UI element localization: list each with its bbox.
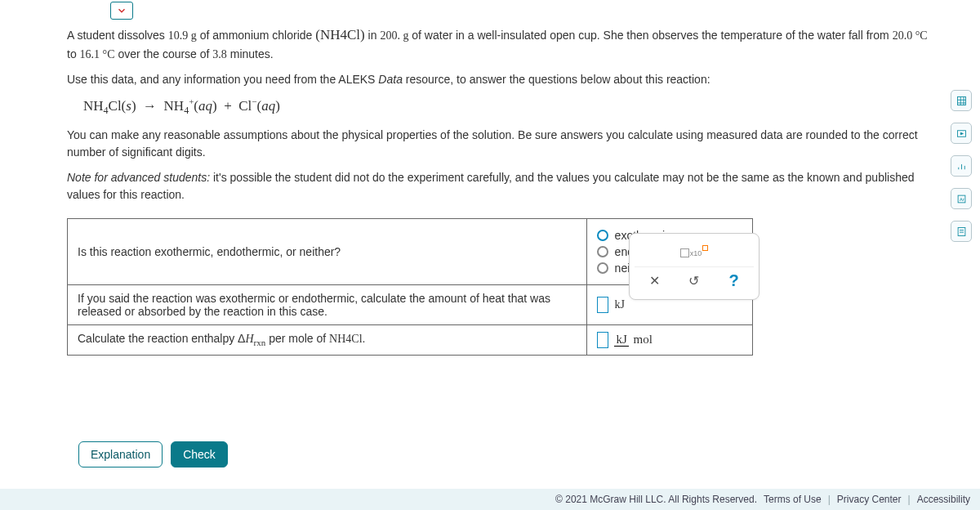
input-toolbox: x10 ✕ ↺ ? [629, 233, 760, 300]
copyright-text: © 2021 McGraw Hill LLC. All Rights Reser… [555, 494, 757, 505]
q1-text: Is this reaction exothermic, endothermic… [68, 218, 587, 284]
reset-icon: ↺ [688, 273, 699, 289]
temp-start: 20.0 °C [893, 29, 928, 42]
help-icon: ? [729, 271, 739, 290]
svg-text:Ar: Ar [960, 197, 964, 202]
question-content: A student dissolves 10.9 g of ammonium c… [67, 25, 933, 356]
check-button[interactable]: Check [171, 441, 228, 468]
reset-button[interactable]: ↺ [678, 269, 710, 293]
bottom-buttons: Explanation Check [78, 441, 228, 468]
temp-end: 16.1 °C [80, 48, 115, 60]
unit-kj-per-mol: kJ mol [614, 333, 653, 347]
footer: © 2021 McGraw Hill LLC. All Rights Reser… [0, 489, 980, 510]
problem-para-1: A student dissolves 10.9 g of ammonium c… [67, 25, 933, 63]
periodic-button[interactable]: Ar [951, 188, 972, 209]
video-button[interactable] [951, 123, 972, 144]
accessibility-link[interactable]: Accessibility [917, 494, 970, 505]
grid-icon [956, 95, 968, 107]
sheet-icon [956, 226, 968, 238]
heat-input[interactable] [597, 297, 608, 313]
q3-text: Calculate the reaction enthalpy ΔHrxn pe… [68, 324, 587, 355]
explanation-button[interactable]: Explanation [78, 441, 163, 468]
privacy-link[interactable]: Privacy Center [837, 494, 902, 505]
element-icon: Ar [956, 193, 968, 205]
more-button[interactable] [951, 221, 972, 242]
radio-icon [597, 230, 608, 241]
problem-para-2: Use this data, and any information you n… [67, 71, 933, 88]
problem-para-3: You can make any reasonable assumptions … [67, 127, 933, 161]
play-icon [956, 128, 968, 140]
collapse-chevron[interactable] [110, 2, 133, 20]
advanced-note: Note for advanced students: it's possibl… [67, 169, 933, 204]
enthalpy-input[interactable] [597, 332, 608, 348]
terms-link[interactable]: Terms of Use [764, 494, 822, 505]
mass-water: 200. g [380, 29, 408, 42]
mass-solute: 10.9 g [168, 29, 197, 42]
sci-notation-button[interactable]: x10 [678, 240, 710, 265]
bars-icon [956, 160, 968, 172]
time-min: 3.8 [212, 48, 227, 60]
q2-text: If you said the reaction was exothermic … [68, 284, 587, 324]
unit-kj: kJ [614, 298, 624, 310]
help-button[interactable]: ? [718, 269, 751, 293]
clear-button[interactable]: ✕ [638, 269, 670, 293]
svg-rect-0 [957, 96, 965, 105]
data-resource-button[interactable] [951, 90, 972, 111]
svg-rect-4 [958, 227, 965, 235]
reaction-equation: NH4Cl(s) → NH4+(aq) + Cl−(aq) [83, 96, 933, 117]
radio-icon [597, 246, 608, 257]
x-icon: ✕ [649, 273, 660, 289]
radio-icon [597, 262, 608, 274]
q3-answer: kJ mol [586, 324, 752, 355]
stats-button[interactable] [951, 155, 972, 177]
chevron-down-icon [116, 5, 127, 16]
right-rail: Ar [949, 90, 973, 242]
